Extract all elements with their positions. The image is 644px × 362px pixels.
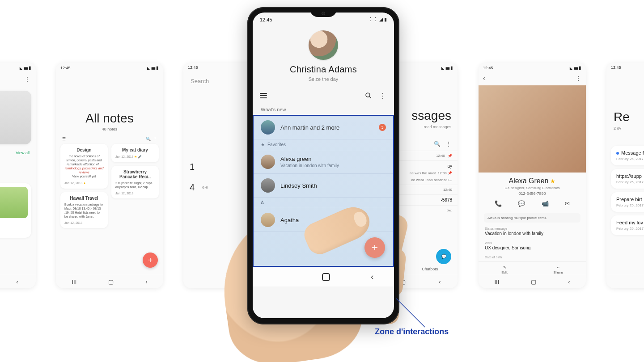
reminder-item[interactable]: Feed my lovFebrury 25, 2017 [611,215,644,235]
star-icon: ★ [261,142,265,147]
menu-icon[interactable]: ☰ [62,137,66,141]
battery-icon: ▮ [384,17,387,22]
more-icon[interactable]: ⋮ [575,75,581,82]
recents-nav[interactable]: III [494,278,499,285]
view-all-link[interactable]: View all [0,148,36,158]
search-icon[interactable]: 🔍 [146,137,151,141]
bg-screen-contact: 12:45 ‹⋮ Alexa Green★ UX designer, Samsu… [479,63,586,288]
share-button[interactable]: ‹›Share [553,265,563,274]
back-nav[interactable]: ‹ [16,278,18,285]
signal-icon: ◢ [379,17,383,22]
restaurant-card[interactable]: n Pot ★★★★ (17) on Yelp / $$ / Organic [0,183,31,238]
profile-status: Seize the day [253,76,394,82]
status-time: 12:45 [260,17,272,22]
more-icon[interactable]: ⋮ [0,71,36,87]
notes-title: All notes [56,111,163,126]
back-nav[interactable]: ‹ [371,272,373,282]
nav-bar: ‹ [253,267,394,286]
back-icon[interactable]: ‹ [483,75,485,82]
search-icon[interactable]: 🔍 [434,141,441,147]
note-card[interactable]: Design the notes of potions of lemon, ge… [60,144,108,189]
recents-nav[interactable]: III [72,278,76,285]
bg-screen-notes: 12:45 All notes48 notes ☰ 🔍 ⋮ Design the… [56,63,163,288]
more-icon[interactable]: ⋮ [153,137,157,141]
svg-line-1 [369,97,371,98]
wifi-icon: ⋮⋮ [368,17,378,22]
notification-badge: 3 [379,124,386,131]
call-icon[interactable]: 📞 [495,200,502,207]
contact-row[interactable]: Lindsey Smith [254,174,393,198]
reminder-item[interactable]: Prepare birtFebrury 25, 2017 [611,192,644,212]
home-nav[interactable]: ▢ [531,278,536,285]
video-icon[interactable]: 📹 [542,200,549,207]
home-nav[interactable]: ▢ [108,278,114,285]
star-icon: ★ [550,178,555,185]
callout-label: Zone d'interactions [375,327,449,337]
add-note-fab[interactable]: + [143,253,158,268]
back-nav[interactable]: ‹ [568,278,570,285]
more-icon[interactable]: ⋮ [379,92,387,100]
deal-card[interactable]: $80$48 [0,91,31,144]
bg-screen-bixby: ⋮ $80$48 View all 🏠meces 🛒Shopping n Pot… [0,63,36,288]
more-icon[interactable]: ⋮ [446,141,451,147]
letter-separator: A [254,198,393,208]
reminder-item[interactable]: Message froFebrury 25, 2017 [611,146,644,165]
message-icon[interactable]: 💬 [518,200,525,207]
search-icon[interactable] [364,92,373,100]
svg-line-2 [396,299,425,327]
back-nav[interactable]: ‹ [145,278,147,285]
edit-button[interactable]: ✎Edit [501,265,508,274]
bg-screen-reminders: 12:45 Re 2 ov Message froFebrury 25, 201… [606,63,644,288]
home-nav[interactable]: ▢ [400,278,406,285]
reminder-item[interactable]: https://suppFebrury 25, 2017 [611,169,644,189]
compose-fab[interactable]: 💬 [436,249,451,264]
contact-row[interactable]: Alexa greenVacation in london with famil… [254,150,393,174]
callout-line [398,300,438,327]
menu-icon[interactable] [260,93,267,98]
back-nav[interactable]: ‹ [439,278,441,285]
contact-name: Alexa Green★ [479,173,586,186]
home-nav[interactable] [322,273,330,281]
contact-photo [479,85,586,173]
email-icon[interactable]: ✉ [565,200,570,207]
profile-avatar[interactable] [309,30,338,60]
note-card[interactable]: My cat diary Jan 12, 2018 ★ 🎤 [111,144,159,162]
note-card[interactable]: Hawaii Travel Book a vacation package to… [60,192,108,228]
note-card[interactable]: Strawberry Pancake Reci.. 2 cups white s… [111,166,159,198]
phone-device: 12:45 ⋮⋮ ◢ ▮ Christina Adams Seize the d… [247,7,399,324]
tab-chatbots[interactable]: Chatbots [422,267,438,271]
section-whatsnew: What's new [253,102,394,115]
svg-point-0 [366,93,370,97]
add-contact-fab[interactable]: + [364,237,385,258]
story-row[interactable]: Ahn martin and 2 more 3 [254,116,393,139]
profile-name: Christina Adams [253,64,394,75]
section-favorites: ★Favorites [254,139,393,150]
